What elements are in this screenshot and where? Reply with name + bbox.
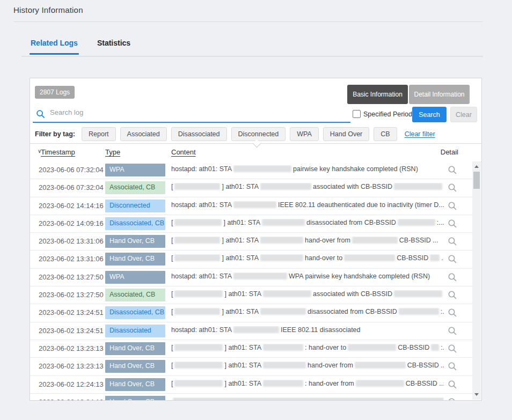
redacted-text [398, 219, 435, 226]
column-timestamp[interactable]: Timestamp [41, 148, 75, 156]
row-timestamp: 2023-06-02 13:23:13 [39, 344, 104, 352]
row-content: [] ath01: STAhand-over fromCB-BSSID ... [171, 237, 444, 247]
scroll-down-arrow-icon[interactable] [474, 393, 479, 396]
redacted-text [263, 380, 303, 387]
magnifier-icon [448, 254, 457, 264]
row-content: [] ath01: STAhand-over toCB-BSSID... [171, 254, 444, 265]
row-content: hostapd: ath01: STAWPA pairwise key hand… [171, 272, 444, 283]
magnifier-icon [448, 344, 457, 353]
row-detail-button[interactable] [448, 201, 457, 211]
redacted-text [262, 219, 305, 226]
row-timestamp: 2023-06-02 12:24:13 [39, 398, 104, 401]
row-detail-button[interactable] [448, 326, 457, 336]
row-detail-button[interactable] [448, 237, 457, 246]
row-type-tag: Hand Over, CB [105, 235, 165, 248]
redacted-text [352, 237, 398, 244]
redacted-text [356, 380, 404, 387]
row-content: [] ath01: STAdisassociated from CB-BSSID… [171, 219, 444, 230]
row-timestamp: 2023-06-06 07:32:04 [39, 166, 104, 174]
clear-filter-link[interactable]: Clear filter [405, 130, 435, 138]
log-table-body: 2023-06-06 07:32:04WPAhostapd: ath01: ST… [30, 161, 473, 401]
redacted-text [233, 165, 291, 172]
column-type[interactable]: Type [105, 148, 120, 156]
table-row: 2023-06-02 14:14:16Disconnectedhostapd: … [30, 197, 473, 215]
magnifier-icon [448, 308, 457, 318]
redacted-text [174, 219, 222, 226]
row-content [171, 397, 444, 401]
row-detail-button[interactable] [448, 219, 457, 229]
row-timestamp: 2023-06-02 12:24:13 [39, 380, 104, 388]
row-detail-button[interactable] [448, 397, 457, 401]
row-detail-button[interactable] [448, 344, 457, 353]
filter-tag-wpa[interactable]: WPA [290, 127, 319, 141]
filter-tag-disassociated[interactable]: Disassociated [171, 127, 227, 141]
row-content: [] ath01: STAassociated with CB-BSSID(..… [171, 183, 444, 194]
filter-tag-hand-over[interactable]: Hand Over [323, 127, 369, 141]
row-detail-button[interactable] [448, 254, 457, 264]
row-type-tag: WPA [105, 164, 165, 176]
filter-tag-associated[interactable]: Associated [120, 127, 167, 141]
tabs-divider [21, 56, 483, 57]
magnifier-icon [448, 362, 457, 371]
magnifier-icon [448, 272, 457, 282]
table-row: 2023-06-02 13:24:51Disassociatedhostapd:… [30, 322, 473, 340]
redacted-text [430, 254, 440, 261]
basic-information-button[interactable]: Basic Information [347, 85, 408, 104]
redacted-text [263, 344, 303, 351]
row-detail-button[interactable] [448, 290, 457, 300]
clear-button[interactable]: Clear [450, 107, 477, 122]
table-row: 2023-06-06 07:32:04WPAhostapd: ath01: ST… [30, 161, 473, 179]
redacted-text [399, 308, 439, 315]
tab-related-logs[interactable]: Related Logs [30, 35, 79, 55]
magnifier-icon [448, 201, 457, 211]
magnifier-icon [448, 380, 457, 389]
redacted-text [174, 290, 223, 297]
row-detail-button[interactable] [448, 272, 457, 282]
title-divider [13, 21, 483, 22]
row-timestamp: 2023-06-02 13:27:50 [39, 291, 104, 299]
row-detail-button[interactable] [448, 183, 457, 193]
table-row: 2023-06-02 13:31:06Hand Over, CB[] ath01… [30, 250, 473, 268]
row-detail-button[interactable] [448, 362, 457, 371]
vertical-scrollbar[interactable] [472, 161, 481, 400]
filter-tag-cb[interactable]: CB [374, 127, 397, 141]
tab-statistics[interactable]: Statistics [96, 35, 131, 55]
row-timestamp: 2023-06-02 13:23:13 [39, 362, 104, 370]
scrollbar-thumb[interactable] [473, 172, 480, 189]
row-content: hostapd: ath01: STApairwise key handshak… [171, 165, 444, 176]
table-row: 2023-06-02 12:24:13Hand Over, CB [30, 394, 473, 401]
table-row: 2023-06-02 13:23:13Hand Over, CB[] ath01… [30, 358, 473, 375]
redacted-text [174, 183, 220, 190]
page-title: History Information [13, 5, 83, 14]
search-input[interactable] [33, 105, 350, 123]
row-type-tag: Hand Over, CB [105, 378, 165, 391]
specified-period-checkbox[interactable]: Specified Period [353, 110, 412, 118]
redacted-text [174, 362, 223, 369]
row-detail-button[interactable] [448, 308, 457, 318]
filter-tag-disconnected[interactable]: Disconnected [231, 127, 286, 141]
redacted-text [260, 308, 306, 315]
row-detail-button[interactable] [448, 165, 457, 175]
redacted-text [233, 272, 287, 279]
row-timestamp: 2023-06-06 07:32:04 [39, 183, 104, 191]
row-type-tag: Disconnected [105, 200, 165, 212]
row-timestamp: 2023-06-02 14:09:16 [39, 219, 104, 227]
row-timestamp: 2023-06-02 13:31:06 [39, 237, 104, 245]
filter-by-tag-label: Filter by tag: [35, 130, 75, 138]
detail-information-button[interactable]: Detail Information [409, 85, 470, 104]
tab-bar: Related LogsStatistics [30, 35, 131, 55]
filter-tag-report[interactable]: Report [82, 127, 116, 141]
checkbox-box[interactable] [353, 110, 361, 118]
redacted-text [263, 362, 306, 369]
search-button[interactable]: Search [412, 107, 447, 122]
information-view-toggle: Basic Information Detail Information [347, 85, 470, 104]
redacted-text [394, 183, 442, 190]
scroll-up-arrow-icon[interactable] [474, 165, 479, 168]
table-row: 2023-06-02 13:24:51Disassociated, CB[] a… [30, 304, 473, 322]
table-row: 2023-06-02 13:23:13Hand Over, CB[] ath01… [30, 340, 473, 358]
table-row: 2023-06-02 12:24:13Hand Over, CB[] ath01… [30, 376, 473, 394]
row-content: hostapd: ath01: STAIEEE 802.11 deauthent… [171, 201, 444, 212]
row-detail-button[interactable] [448, 380, 457, 389]
column-content[interactable]: Content [171, 148, 196, 156]
row-content: [] ath01: STAhand-over fromCB-BSSID ... [171, 362, 444, 372]
